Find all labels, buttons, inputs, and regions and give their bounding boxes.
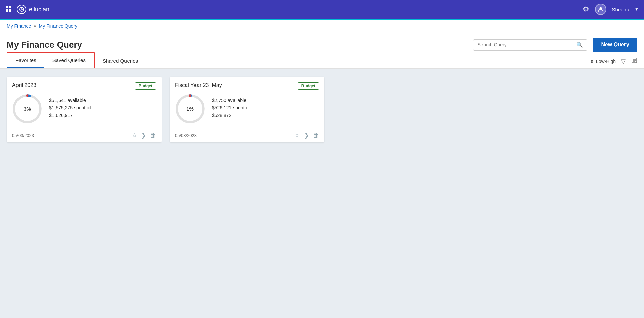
card-body-0: 3% $51,641 available $1,575,275 spent of…	[7, 94, 162, 128]
available-stat-1: $2,750 available	[212, 98, 319, 103]
delete-icon-1[interactable]: 🗑	[313, 132, 319, 139]
grid-menu-icon[interactable]	[5, 6, 13, 13]
query-card-0: April 2023 Budget 3% $51,641 available $…	[7, 77, 162, 142]
svg-rect-2	[6, 9, 8, 12]
available-stat-0: $51,641 available	[49, 98, 156, 103]
tabs-bar: Favorites Saved Queries Shared Queries ⇕…	[0, 52, 644, 69]
spent-stat-line2-1: $528,872	[212, 113, 319, 118]
breadcrumb-parent-link[interactable]: My Finance	[7, 23, 31, 29]
breadcrumb: My Finance ● My Finance Query	[0, 20, 644, 32]
favorite-icon-1[interactable]: ☆	[294, 132, 300, 139]
logo-text: ellucian	[29, 6, 49, 13]
settings-icon[interactable]: ⚙	[583, 5, 589, 14]
card-header-1: Fiscal Year 23_May Budget	[170, 77, 324, 94]
card-actions-1: ☆ ❯ 🗑	[294, 132, 319, 139]
user-chevron-icon[interactable]: ▼	[635, 7, 639, 12]
card-title-0: April 2023	[12, 82, 36, 88]
sort-button[interactable]: ⇕ Low-High	[590, 59, 616, 64]
card-footer-1: 05/03/2023 ☆ ❯ 🗑	[170, 128, 324, 142]
query-card-1: Fiscal Year 23_May Budget 1% $2,750 avai…	[170, 77, 324, 142]
tab-favorites[interactable]: Favorites	[7, 53, 44, 68]
card-body-1: 1% $2,750 available $526,121 spent of $5…	[170, 94, 324, 128]
search-icon: 🔍	[576, 42, 583, 48]
budget-badge-0: Budget	[135, 82, 156, 90]
share-icon-1[interactable]: ❯	[304, 132, 309, 139]
new-query-button[interactable]: New Query	[593, 38, 637, 52]
sort-label: Low-High	[596, 59, 616, 64]
spent-stat-line1-0: $1,575,275 spent of	[49, 105, 156, 110]
svg-rect-3	[9, 9, 11, 12]
svg-point-15	[189, 94, 191, 97]
spent-stat-line2-0: $1,626,917	[49, 113, 156, 118]
sort-arrows-icon: ⇕	[590, 59, 594, 64]
user-avatar[interactable]	[595, 4, 606, 15]
card-header-0: April 2023 Budget	[7, 77, 162, 94]
card-stats-0: $51,641 available $1,575,275 spent of $1…	[49, 98, 156, 120]
page-header: My Finance Query 🔍 New Query	[0, 32, 644, 52]
budget-badge-1: Budget	[298, 82, 319, 90]
search-input[interactable]	[477, 42, 574, 47]
page-title: My Finance Query	[7, 40, 468, 50]
nav-right-section: ⚙ Sheena ▼	[583, 4, 639, 15]
top-navigation: ellucian ⚙ Sheena ▼	[0, 0, 644, 19]
donut-label-1: 1%	[186, 106, 194, 112]
card-footer-0: 05/03/2023 ☆ ❯ 🗑	[7, 128, 162, 142]
delete-icon-0[interactable]: 🗑	[150, 132, 156, 139]
card-stats-1: $2,750 available $526,121 spent of $528,…	[212, 98, 319, 120]
card-date-1: 05/03/2023	[175, 133, 197, 138]
search-box: 🔍	[473, 39, 587, 51]
cards-grid: April 2023 Budget 3% $51,641 available $…	[0, 69, 644, 151]
card-date-0: 05/03/2023	[12, 133, 34, 138]
filter-icon[interactable]: ▽	[621, 58, 626, 65]
username-label: Sheena	[612, 7, 629, 12]
tab-saved-queries[interactable]: Saved Queries	[44, 53, 94, 68]
favorite-icon-0[interactable]: ☆	[132, 132, 137, 139]
export-icon[interactable]	[631, 57, 637, 65]
breadcrumb-current-link[interactable]: My Finance Query	[39, 23, 77, 29]
donut-label-0: 3%	[24, 106, 31, 112]
svg-rect-0	[6, 6, 8, 8]
breadcrumb-separator: ●	[34, 24, 36, 28]
tabs-highlighted-group: Favorites Saved Queries	[7, 52, 95, 68]
svg-point-12	[26, 94, 29, 97]
spent-stat-line1-1: $526,121 spent of	[212, 105, 319, 110]
tab-shared-queries[interactable]: Shared Queries	[95, 53, 146, 68]
svg-rect-1	[9, 6, 11, 8]
card-actions-0: ☆ ❯ 🗑	[132, 132, 156, 139]
donut-chart-1: 1%	[175, 94, 205, 124]
share-icon-0[interactable]: ❯	[141, 132, 146, 139]
donut-chart-0: 3%	[12, 94, 42, 124]
logo-icon	[17, 5, 26, 14]
card-title-1: Fiscal Year 23_May	[175, 82, 222, 88]
tabs-right-controls: ⇕ Low-High ▽	[590, 57, 637, 68]
app-logo: ellucian	[17, 5, 49, 14]
